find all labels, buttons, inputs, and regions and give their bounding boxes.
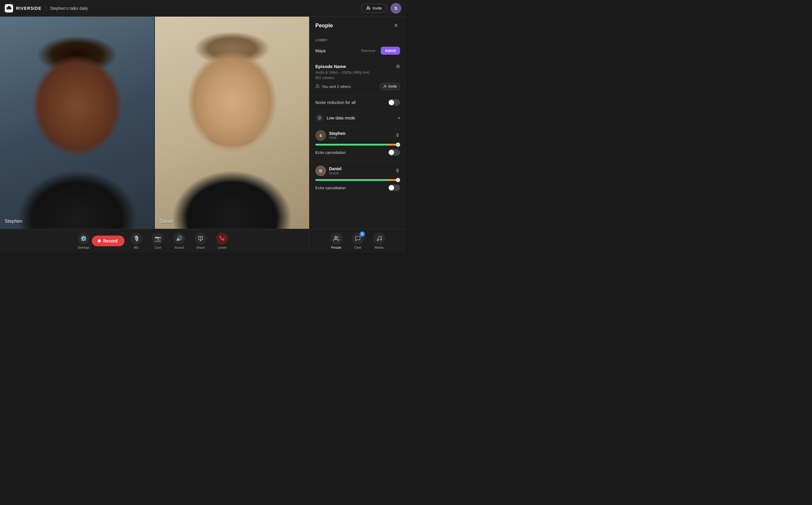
low-data-label: Low data mode: [327, 116, 395, 120]
settings-label: Settings: [78, 246, 90, 249]
settings-area: ⚙️ Settings: [78, 232, 90, 249]
svg-rect-2: [8, 6, 10, 8]
people-tab-label: People: [331, 246, 341, 249]
participants-row: You and 2 others Invite: [315, 83, 400, 90]
stephen-label: Stephen: [5, 219, 23, 224]
mic-label: Mic: [134, 246, 139, 249]
stephen-name: Stephen: [329, 131, 392, 136]
episode-settings-button[interactable]: ⚙: [396, 63, 400, 69]
mic-icon: 🎙️: [130, 232, 142, 244]
stephen-echo-row: Echo cancellation: [315, 148, 400, 157]
episode-header-row: Episode Name ⚙: [315, 63, 400, 69]
record-dot: [98, 239, 101, 242]
svg-point-8: [316, 85, 318, 86]
participant-card-daniel: D Daniel Guest 🎙 Echo cancellation: [309, 161, 406, 197]
low-data-icon: [315, 114, 324, 122]
cam-button[interactable]: 📷 Cam: [148, 231, 167, 251]
noise-reduction-label: Noise reduction for all: [315, 100, 356, 105]
stephen-role: Host: [329, 136, 392, 140]
leave-button[interactable]: Leave: [213, 231, 232, 251]
people-tab-button[interactable]: People: [326, 231, 347, 251]
stephen-echo-toggle[interactable]: [388, 149, 400, 156]
stephen-echo-label: Echo cancellation: [315, 150, 346, 155]
lobby-label: Lobby: [315, 38, 400, 42]
daniel-info: Daniel Guest: [329, 166, 392, 175]
media-tab-label: Media: [375, 246, 384, 249]
chevron-down-icon: ▾: [398, 116, 400, 120]
cam-label: Cam: [154, 246, 161, 249]
record-label: Record: [103, 238, 117, 243]
daniel-audio-meter: [315, 179, 400, 181]
daniel-mic-button[interactable]: 🎙: [395, 168, 400, 173]
settings-button[interactable]: ⚙️ Settings: [78, 232, 90, 249]
leave-label: Leave: [218, 246, 227, 249]
sound-button[interactable]: 🔊 Sound: [170, 231, 189, 251]
svg-point-15: [380, 238, 381, 240]
svg-point-13: [335, 236, 337, 238]
share-icon: [195, 232, 207, 244]
noise-reduction-toggle[interactable]: [388, 99, 400, 106]
share-button[interactable]: Share: [191, 231, 210, 251]
daniel-video-feed: [155, 17, 309, 229]
cam-icon: 📷: [152, 232, 164, 244]
header-invite-button[interactable]: Invite: [361, 4, 387, 13]
app-name: RIVERSIDE: [16, 6, 42, 11]
chat-tab-icon: 2: [352, 232, 364, 244]
session-name: Stephen's talks daily: [50, 6, 88, 11]
invite-small-label: Invite: [388, 85, 397, 89]
user-avatar[interactable]: S: [391, 3, 401, 14]
chat-tab-label: Chat: [354, 246, 361, 249]
media-tab-icon: [373, 232, 385, 244]
daniel-echo-toggle[interactable]: [388, 184, 400, 191]
low-data-mode-row[interactable]: Low data mode ▾: [309, 110, 406, 126]
people-tab-icon: [330, 232, 343, 244]
viewers-count: 852 viewers: [315, 76, 400, 80]
stephen-video-container: [0, 17, 154, 229]
close-panel-button[interactable]: ✕: [392, 21, 400, 30]
invite-small-button[interactable]: Invite: [380, 83, 400, 90]
participants-label: You and 2 others: [322, 85, 351, 89]
main-toolbar: ⚙️ Settings Record 🎙️ Mic 📷 Cam 🔊 Sound …: [0, 229, 309, 252]
sound-label: Sound: [174, 246, 184, 249]
panel-title: People: [315, 23, 333, 29]
stephen-info: Stephen Host: [329, 131, 392, 140]
stephen-meter-bar: [315, 144, 400, 146]
svg-point-14: [377, 239, 378, 240]
daniel-echo-row: Echo cancellation: [315, 183, 400, 192]
header-actions: Invite S: [361, 3, 401, 14]
mic-button[interactable]: 🎙️ Mic: [127, 231, 146, 251]
stephen-header: S Stephen Host 🎙: [315, 130, 400, 141]
remove-button[interactable]: Remove: [359, 47, 378, 54]
header-divider: [46, 5, 46, 11]
people-panel: People ✕ Lobby Maya Remove Admit Episode…: [309, 17, 406, 252]
participants-icon: [315, 84, 320, 89]
avatar-initial: S: [394, 6, 397, 11]
record-button[interactable]: Record: [92, 235, 125, 246]
daniel-meter-thumb: [396, 178, 400, 182]
video-panel-stephen: Stephen: [0, 17, 155, 229]
stephen-audio-meter: [315, 144, 400, 146]
noise-reduction-row: Noise reduction for all: [309, 95, 406, 110]
svg-point-3: [367, 7, 369, 8]
episode-section: Episode Name ⚙ Audio & Video – 1080p (48…: [309, 59, 406, 95]
daniel-avatar: D: [315, 165, 326, 176]
lobby-username: Maya: [315, 48, 356, 53]
sound-icon: 🔊: [173, 232, 185, 244]
chat-badge: 2: [360, 231, 365, 237]
daniel-echo-knob: [389, 185, 394, 190]
leave-icon: [216, 232, 228, 244]
participant-card-stephen: S Stephen Host 🎙 Echo cancellation: [309, 126, 406, 161]
participants-info: You and 2 others: [315, 84, 351, 89]
daniel-label: Daniel: [160, 219, 173, 224]
chat-tab-button[interactable]: 2 Chat: [348, 231, 368, 251]
invite-label: Invite: [373, 6, 382, 10]
media-tab-button[interactable]: Media: [369, 231, 389, 251]
stephen-mic-button[interactable]: 🎙: [395, 133, 400, 138]
lobby-section: Lobby Maya Remove Admit: [309, 35, 406, 59]
admit-button[interactable]: Admit: [381, 47, 400, 55]
right-toolbar: People 2 Chat Media: [309, 229, 406, 252]
stephen-avatar: S: [315, 130, 326, 141]
settings-icon: ⚙️: [78, 232, 90, 244]
logo-area: RIVERSIDE: [5, 4, 42, 12]
daniel-name: Daniel: [329, 166, 392, 171]
